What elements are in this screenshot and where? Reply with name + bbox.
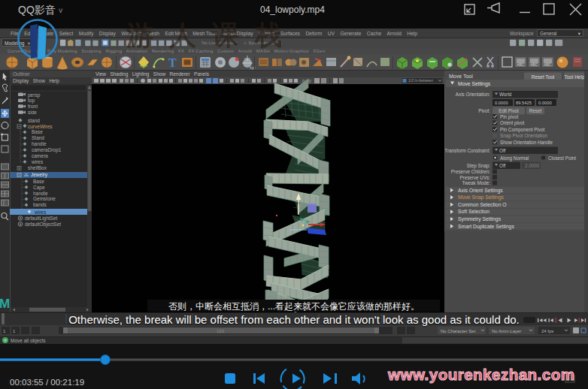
svg-text:24 fps: 24 fps (541, 329, 553, 333)
svg-text:Gemstone: Gemstone (33, 196, 56, 201)
svg-text:defaultObjectSet: defaultObjectSet (25, 222, 61, 228)
svg-text:Stand: Stand (32, 135, 44, 140)
svg-text:ABC: ABC (517, 63, 525, 67)
svg-text:persp: persp (28, 92, 41, 98)
svg-text:curveWires: curveWires (28, 124, 53, 129)
svg-text:No Character Set: No Character Set (441, 329, 476, 333)
svg-text:Move Snap Settings: Move Snap Settings (458, 194, 504, 201)
svg-text:Move all objects: Move all objects (11, 338, 46, 344)
svg-text:Reset Tool: Reset Tool (532, 74, 555, 80)
svg-text:2.0000: 2.0000 (525, 163, 540, 168)
svg-text:Axis Orient Settings: Axis Orient Settings (458, 188, 503, 194)
svg-text:Off: Off (499, 163, 506, 168)
svg-text:Cape: Cape (33, 185, 45, 191)
svg-text:Edit Pivot: Edit Pivot (499, 108, 519, 113)
svg-text:side: side (28, 110, 37, 115)
svg-text:View Shading Lighting Sh: View Shading Lighting Show Renderer Pane… (95, 71, 210, 77)
svg-text:00:03:55 / 00:21:19: 00:03:55 / 00:21:19 (10, 378, 84, 387)
svg-text:ABC: ABC (544, 63, 552, 67)
svg-text:Move Tool: Move Tool (449, 74, 473, 79)
svg-text:Pin pivot: Pin pivot (500, 114, 518, 120)
svg-text:No Anim Layer: No Anim Layer (492, 329, 521, 333)
svg-text:shelfBox: shelfBox (28, 165, 47, 170)
svg-text:Transform Constraint:: Transform Constraint: (444, 148, 490, 153)
svg-text:Common Selection O: Common Selection O (458, 202, 507, 207)
svg-text:defaultLightSet: defaultLightSet (25, 216, 58, 222)
svg-text:Tweak Mode:: Tweak Mode: (462, 180, 491, 185)
svg-text:Move Settings: Move Settings (458, 81, 491, 87)
svg-text:Base: Base (32, 129, 43, 134)
svg-text:stand: stand (28, 118, 40, 123)
svg-text:Base: Base (33, 179, 44, 184)
svg-text:Soft Selection: Soft Selection (458, 209, 489, 214)
svg-text:Preserve UVs:: Preserve UVs: (459, 175, 490, 180)
svg-text:Outliner: Outliner (13, 71, 31, 77)
svg-text:0.0000: 0.0000 (538, 101, 552, 105)
svg-text:handle: handle (33, 191, 48, 196)
svg-text:wires: wires (34, 210, 47, 215)
svg-text:1/2 In-between: 1/2 In-between (408, 78, 433, 83)
svg-text:bands: bands (33, 202, 47, 207)
svg-text:Axis Orientation:: Axis Orientation: (456, 92, 490, 97)
svg-text:camera: camera (32, 153, 48, 158)
svg-text:Preserve Children:: Preserve Children: (451, 169, 490, 174)
svg-text:wires: wires (31, 159, 44, 164)
svg-text:Reset: Reset (529, 108, 542, 113)
svg-text:120: 120 (217, 329, 225, 333)
svg-text:Show Orientation Handle: Show Orientation Handle (500, 140, 553, 145)
svg-text:Display Show Help: Display Show Help (13, 78, 59, 84)
svg-text:World: World (499, 92, 512, 97)
svg-text:0.0000: 0.0000 (495, 101, 508, 105)
svg-text:Closest Point: Closest Point (548, 155, 576, 161)
svg-text:Jewelry: Jewelry (31, 172, 48, 178)
svg-text:Snap Pivot Orientation: Snap Pivot Orientation (500, 133, 548, 139)
svg-text:Tool Help: Tool Help (564, 74, 584, 80)
svg-text:Smart Duplicate Settings: Smart Duplicate Settings (458, 224, 514, 230)
svg-text:Pivot:: Pivot: (478, 108, 490, 113)
svg-text:Step Snap:: Step Snap: (467, 163, 490, 169)
svg-text:front: front (28, 104, 38, 109)
svg-text:Off: Off (499, 148, 506, 153)
svg-text:Symmetry Settings: Symmetry Settings (458, 216, 502, 222)
svg-text:ABC: ABC (531, 63, 538, 67)
svg-text:T: T (168, 56, 177, 69)
svg-text:cameraDrop1: cameraDrop1 (32, 147, 62, 153)
svg-text:89.5425: 89.5425 (516, 101, 532, 105)
svg-text:top: top (28, 98, 35, 104)
svg-text:Pin Component Pivot: Pin Component Pivot (500, 127, 544, 133)
svg-text:Orient pivot: Orient pivot (500, 120, 524, 126)
svg-text:handle: handle (32, 141, 47, 146)
svg-text:Along Normal: Along Normal (500, 155, 529, 161)
